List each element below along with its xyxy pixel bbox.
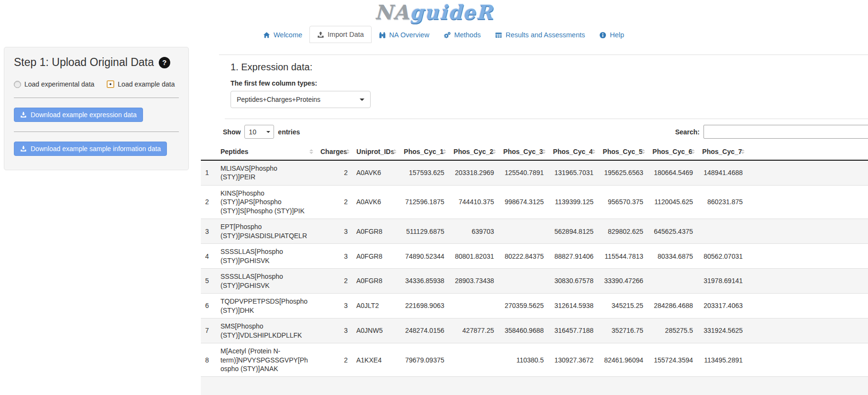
upload-sidebar-panel: Step 1: Upload Original Data ? Load expe… bbox=[4, 47, 189, 170]
column-header-phos-cyc-2[interactable]: Phos_Cyc_2 bbox=[449, 143, 498, 160]
cell-phos-cyc-7 bbox=[697, 219, 747, 244]
cell-phos-cyc-4: 88827.91406 bbox=[548, 244, 598, 269]
column-header-label: Phos_Cyc_3 bbox=[503, 148, 543, 155]
cell-uniprot-id: A0JNW5 bbox=[352, 318, 399, 343]
tab-na-overview[interactable]: NA Overview bbox=[372, 27, 437, 43]
column-header-phos-cyc-1[interactable]: Phos_Cyc_1 bbox=[399, 143, 449, 160]
cell-charge: 2 bbox=[316, 343, 352, 377]
cell-phos-cyc-3: 80222.84375 bbox=[498, 244, 548, 269]
cell-phos-cyc-4: 1139399.125 bbox=[548, 185, 598, 219]
tab-welcome[interactable]: Welcome bbox=[256, 27, 309, 43]
column-header-label: Phos_Cyc_6 bbox=[652, 148, 692, 155]
column-header-label: Phos_Cyc_7 bbox=[702, 148, 742, 155]
download-icon bbox=[20, 145, 27, 152]
cell-phos-cyc-2: 80801.82031 bbox=[449, 244, 498, 269]
cell-row-number: 6 bbox=[201, 294, 216, 318]
table-row: 3EPT[Phospho (STY)]PSIASDISLPIATQELR3A0F… bbox=[201, 219, 868, 244]
button-label: Download example expression data bbox=[31, 111, 137, 119]
column-header-charges[interactable]: Charges bbox=[316, 143, 352, 160]
tab-results-and-assessments[interactable]: Results and Assessments bbox=[488, 27, 592, 43]
tab-import-data[interactable]: Import Data bbox=[309, 26, 372, 43]
cell-phos-cyc-6: 645625.4375 bbox=[648, 219, 697, 244]
show-entries-control: Show 10 entries bbox=[223, 125, 300, 139]
cell-peptide: SMS[Phospho (STY)]VDLSHIPLKDPLLFK bbox=[216, 318, 316, 343]
page-length-select[interactable]: 10 bbox=[244, 125, 274, 139]
download-example-sample-info-button[interactable]: Download example sample information data bbox=[14, 142, 167, 156]
column-types-selected-value: Peptides+Charges+Proteins bbox=[237, 96, 320, 103]
cell-phos-cyc-3: 110380.5 bbox=[498, 343, 548, 377]
cell-phos-cyc-7: 31978.69141 bbox=[697, 269, 747, 294]
cell-charge: 3 bbox=[316, 318, 352, 343]
page-length-value: 10 bbox=[249, 128, 256, 136]
naguider-app: NAguideR WelcomeImport DataNA OverviewMe… bbox=[0, 0, 868, 395]
help-question-icon[interactable]: ? bbox=[159, 57, 170, 68]
column-header-label: Phos_Cyc_5 bbox=[603, 148, 642, 155]
cell-phos-cyc-7: 80562.07031 bbox=[697, 244, 747, 269]
cell-row-number: 1 bbox=[201, 160, 216, 185]
table-row: 1MLISAVS[Phospho (STY)]PEIR2A0AVK6157593… bbox=[201, 160, 868, 185]
cell-phos-cyc-4: 130927.3672 bbox=[548, 343, 598, 377]
logo-part-guider: guideR bbox=[410, 1, 494, 24]
step1-title: Step 1: Upload Original Data ? bbox=[14, 56, 179, 69]
radio-checked-icon[interactable] bbox=[107, 80, 114, 88]
radio-load-experimental-data[interactable]: Load experimental data bbox=[14, 80, 94, 88]
cell-peptide: TQDPVPPETPSDS[Phospho (STY)]DHK bbox=[216, 294, 316, 318]
cell-charge: 3 bbox=[316, 294, 352, 318]
column-types-label: The first few column types: bbox=[231, 79, 868, 87]
tab-label: Methods bbox=[454, 31, 481, 39]
sort-arrows-icon bbox=[393, 147, 397, 156]
home-icon bbox=[263, 32, 270, 39]
cell-phos-cyc-2: 427877.25 bbox=[449, 318, 498, 343]
data-source-radio-group: Load experimental data Load example data bbox=[14, 80, 179, 88]
app-logo: NAguideR bbox=[0, 0, 868, 24]
radio-unchecked-icon[interactable] bbox=[14, 81, 21, 88]
tab-methods[interactable]: Methods bbox=[437, 27, 488, 43]
sort-arrows-icon bbox=[741, 147, 745, 156]
cell-phos-cyc-6: 155724.3594 bbox=[648, 343, 697, 377]
column-header-phos-cyc-3[interactable]: Phos_Cyc_3 bbox=[498, 143, 548, 160]
table-row: 6TQDPVPPETPSDS[Phospho (STY)]DHK3A0JLT22… bbox=[201, 294, 868, 318]
column-types-dropdown[interactable]: Peptides+Charges+Proteins bbox=[231, 91, 371, 108]
search-input[interactable] bbox=[703, 125, 868, 139]
logo-part-na: NA bbox=[374, 1, 409, 24]
column-header-uniprot-ids[interactable]: Uniprot_IDs bbox=[352, 143, 399, 160]
table-search-control: Search: bbox=[675, 125, 868, 139]
tab-label: Welcome bbox=[274, 31, 302, 39]
column-header-label: Phos_Cyc_2 bbox=[453, 148, 493, 155]
cell-peptide: KINS[Phospho (STY)]APS[Phospho (STY)]S[P… bbox=[216, 185, 316, 219]
cell-phos-cyc-4: 312614.5938 bbox=[548, 294, 598, 318]
main-nav-tabs: WelcomeImport DataNA OverviewMethodsResu… bbox=[0, 24, 868, 43]
table-row: 4SSSSLLAS[Phospho (STY)]PGHISVK3A0FGR874… bbox=[201, 244, 868, 269]
column-header-label: Uniprot_IDs bbox=[356, 148, 394, 155]
column-header-phos-cyc-5[interactable]: Phos_Cyc_5 bbox=[598, 143, 648, 160]
cell-charge: 3 bbox=[316, 244, 352, 269]
cell-charge: 2 bbox=[316, 269, 352, 294]
column-header-phos-cyc-7[interactable]: Phos_Cyc_7 bbox=[697, 143, 747, 160]
cell-phos-cyc-2: 744410.375 bbox=[449, 185, 498, 219]
radio-label: Load experimental data bbox=[24, 80, 94, 88]
cell-peptide: SSSSLLAS[Phospho (STY)]PGHISVK bbox=[216, 244, 316, 269]
column-header-phos-cyc-6[interactable]: Phos_Cyc_6 bbox=[648, 143, 697, 160]
cell-phos-cyc-1: 79679.09375 bbox=[399, 343, 449, 377]
column-header-peptides[interactable]: Peptides bbox=[216, 143, 316, 160]
column-header-phos-cyc-4[interactable]: Phos_Cyc_4 bbox=[548, 143, 598, 160]
download-example-expression-button[interactable]: Download example expression data bbox=[14, 108, 143, 122]
table-row: 2KINS[Phospho (STY)]APS[Phospho (STY)]S[… bbox=[201, 185, 868, 219]
cell-peptide: MLISAVS[Phospho (STY)]PEIR bbox=[216, 160, 316, 185]
cell-phos-cyc-3 bbox=[498, 269, 548, 294]
radio-load-example-data[interactable]: Load example data bbox=[107, 80, 175, 88]
cell-phos-cyc-7: 331924.5625 bbox=[697, 318, 747, 343]
cell-peptide: M[Acetyl (Protein N-term)]NPVYSPGSSGVPY[… bbox=[216, 343, 316, 377]
sidebar-divider bbox=[14, 132, 179, 132]
tab-label: NA Overview bbox=[389, 31, 429, 39]
cell-row-number: 7 bbox=[201, 318, 216, 343]
cell-phos-cyc-6: 1120045.625 bbox=[648, 185, 697, 219]
cell-phos-cyc-7: 113495.2891 bbox=[697, 343, 747, 377]
cell-phos-cyc-3: 358460.9688 bbox=[498, 318, 548, 343]
cell-spacer bbox=[747, 318, 868, 343]
cell-spacer bbox=[747, 185, 868, 219]
table-row: 8M[Acetyl (Protein N-term)]NPVYSPGSSGVPY… bbox=[201, 343, 868, 377]
cell-phos-cyc-3 bbox=[498, 219, 548, 244]
tab-help[interactable]: Help bbox=[592, 27, 631, 43]
cell-phos-cyc-3: 998674.3125 bbox=[498, 185, 548, 219]
